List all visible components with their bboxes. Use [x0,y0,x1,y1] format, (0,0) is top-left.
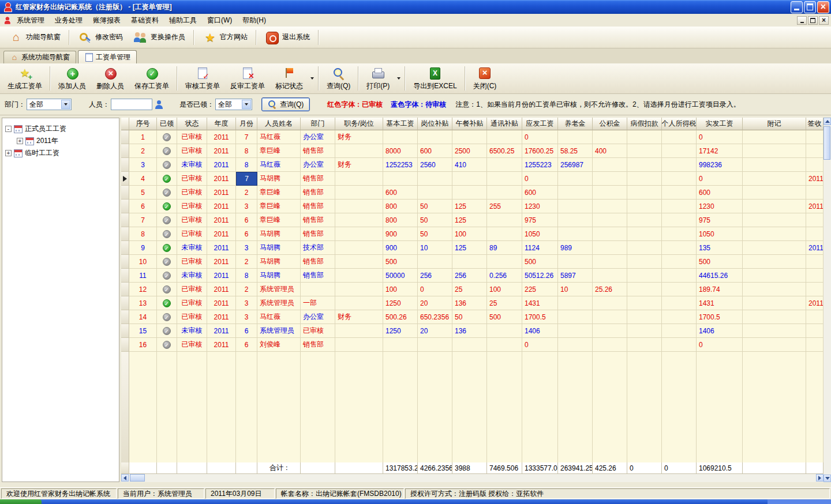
cell-sick[interactable] [627,269,662,283]
toolbar-button[interactable]: 打印(P) [361,65,395,92]
minimize-button[interactable] [791,1,803,13]
menu-item[interactable]: 系统管理 [12,14,50,27]
cell-tax[interactable] [662,130,697,144]
cell-note[interactable] [743,324,806,338]
cell-no[interactable]: 13 [129,296,157,310]
cell-sign[interactable] [806,255,823,269]
cell-job[interactable] [335,186,383,200]
cell-sign[interactable] [806,324,823,338]
cell-net[interactable]: 600 [697,186,743,200]
scroll-left-arrow[interactable] [121,474,129,482]
column-header-job[interactable]: 职务/岗位 [335,118,383,130]
cell-pension[interactable] [558,227,593,241]
cell-base[interactable]: 900 [383,241,418,255]
cell-tax[interactable] [662,241,697,255]
cell-comm[interactable]: 0.256 [487,269,522,283]
cell-pension[interactable] [558,324,593,338]
cell-status[interactable]: 已审核 [177,338,207,352]
toolbar-button[interactable]: 反审工资单 [225,65,270,92]
cell-received[interactable]: ✓ [157,338,177,352]
cell-base[interactable]: 800 [383,200,418,213]
cell-pension[interactable] [558,255,593,269]
cell-dept[interactable]: 销售部 [301,200,335,213]
cell-comm[interactable] [487,255,522,269]
cell-comm[interactable]: 500 [487,310,522,324]
cell-job[interactable] [335,172,383,186]
cell-lunch[interactable]: 410 [452,158,487,172]
cell-sick[interactable] [627,324,662,338]
cell-sign[interactable]: 2011 [806,241,823,255]
cell-net[interactable]: 0 [697,338,743,352]
cell-name[interactable]: 系统管理员 [257,296,301,310]
toolbar-button[interactable]: 保存工资单 [129,65,174,92]
close-button[interactable] [817,1,829,13]
cell-gross[interactable]: 1255223 [522,158,558,172]
cell-lunch[interactable]: 50 [452,310,487,324]
cell-job[interactable] [335,283,383,296]
cell-lunch[interactable]: 125 [452,241,487,255]
table-row[interactable]: 7✓已审核20116章巨峰销售部80050125975975 [121,213,823,227]
cell-lunch[interactable]: 25 [452,283,487,296]
cell-fund[interactable] [593,158,627,172]
cell-fund[interactable] [593,213,627,227]
cell-tax[interactable] [662,200,697,213]
cell-gross[interactable]: 225 [522,283,558,296]
cell-received[interactable]: ✓ [157,158,177,172]
cell-base[interactable]: 1250 [383,296,418,310]
cell-tax[interactable] [662,186,697,200]
cell-fund[interactable] [593,241,627,255]
cell-gross[interactable]: 600 [522,186,558,200]
cell-sign[interactable] [806,158,823,172]
tab-inactive[interactable]: 系统功能导航窗 [3,51,76,63]
cell-month[interactable]: 6 [236,324,257,338]
cell-no[interactable]: 11 [129,269,157,283]
tree-item[interactable]: +2011年 [2,135,119,147]
cell-status[interactable]: 未审核 [177,324,207,338]
cell-year[interactable]: 2011 [207,158,236,172]
cell-dept[interactable]: 办公室 [301,310,335,324]
cell-dept[interactable]: 技术部 [301,241,335,255]
toolbar-button[interactable]: 添加人员 [53,65,91,92]
cell-comm[interactable]: 25 [487,296,522,310]
cell-year[interactable]: 2011 [207,255,236,269]
cell-note[interactable] [743,144,806,158]
cell-year[interactable]: 2011 [207,200,236,213]
table-row[interactable]: 11✓未审核20118马胡腾销售部500002562560.25650512.2… [121,269,823,283]
cell-status[interactable]: 未审核 [177,158,207,172]
cell-comm[interactable] [487,186,522,200]
cell-status[interactable]: 已审核 [177,310,207,324]
cell-net[interactable]: 975 [697,213,743,227]
cell-no[interactable]: 4 [129,172,157,186]
received-select-arrow-icon[interactable] [242,100,251,109]
cell-no[interactable]: 9 [129,241,157,255]
table-row[interactable]: 3✓未审核20118马红薇办公室财务1252253256041012552232… [121,158,823,172]
cell-name[interactable]: 刘俊峰 [257,338,301,352]
cell-status[interactable]: 已审核 [177,186,207,200]
cell-job[interactable] [335,213,383,227]
cell-no[interactable]: 2 [129,144,157,158]
column-header-net[interactable]: 实发工资 [697,118,743,130]
cell-year[interactable]: 2011 [207,283,236,296]
cell-received[interactable]: ✓ [157,241,177,255]
column-header-month[interactable]: 月份 [236,118,257,130]
cell-pension[interactable] [558,296,593,310]
cell-note[interactable] [743,158,806,172]
cell-lunch[interactable] [452,186,487,200]
cell-year[interactable]: 2011 [207,269,236,283]
cell-lunch[interactable] [452,255,487,269]
cell-status[interactable]: 已审核 [177,296,207,310]
cell-year[interactable]: 2011 [207,324,236,338]
cell-gross[interactable]: 17600.25 [522,144,558,158]
cell-status[interactable]: 已审核 [177,172,207,186]
cell-sick[interactable] [627,241,662,255]
cell-gross[interactable]: 500 [522,255,558,269]
cell-comm[interactable]: 100 [487,283,522,296]
cell-net[interactable]: 1230 [697,200,743,213]
cell-net[interactable]: 0 [697,130,743,144]
table-row[interactable]: 5✓已审核20112章巨峰销售部600600600 [121,186,823,200]
cell-sick[interactable] [627,172,662,186]
cell-note[interactable] [743,310,806,324]
table-row[interactable]: 14✓已审核20113马红薇办公室财务500.26650.23565050017… [121,310,823,324]
column-header-pension[interactable]: 养老金 [558,118,593,130]
cell-received[interactable]: ✓ [157,144,177,158]
